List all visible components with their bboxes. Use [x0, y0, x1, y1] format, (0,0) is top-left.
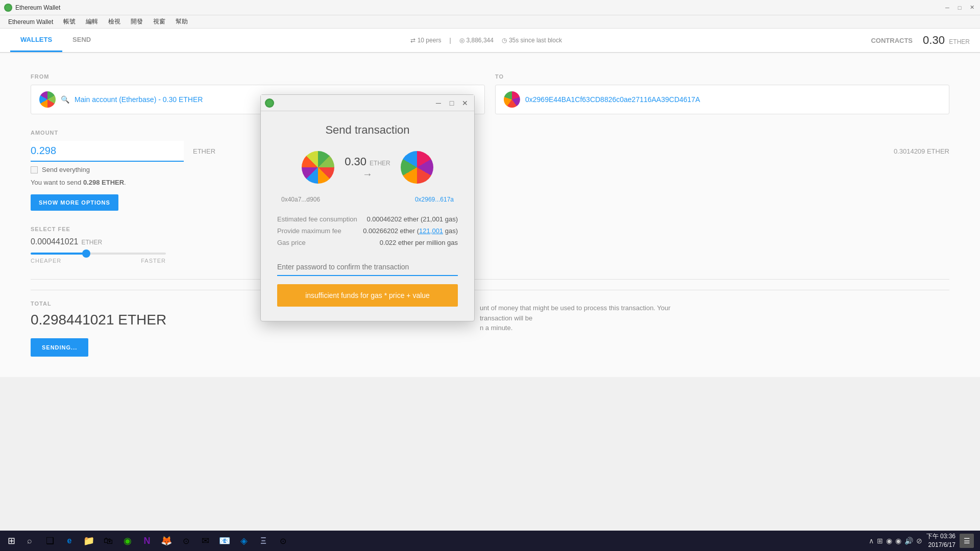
password-input[interactable]	[277, 259, 458, 276]
modal-maximize-button[interactable]: □	[447, 98, 457, 108]
fee-detail-row-1: Provide maximum fee 0.00266202 ether (12…	[277, 225, 458, 237]
modal-app-icon	[265, 98, 274, 108]
search-button[interactable]: ⌕	[20, 532, 39, 550]
show-hidden-tray[interactable]: ∧	[869, 537, 874, 545]
insufficient-funds-button: insufficient funds for gas * price + val…	[277, 284, 458, 307]
max-fee-link[interactable]: 121,001	[419, 227, 443, 235]
modal-win-controls: ─ □ ✕	[433, 98, 470, 108]
modal-close-button[interactable]: ✕	[460, 98, 470, 108]
taskbar-icons: ❑ e 📁 🛍 ◉ N 🦊 ⊙ ✉ 📧 ◈ Ξ ⊙	[41, 532, 292, 550]
fee-detail-row-0: Estimated fee consumption 0.00046202 eth…	[277, 213, 458, 225]
fee-detail-label-0: Estimated fee consumption	[277, 215, 357, 223]
taskbar: ⊞ ⌕ ❑ e 📁 🛍 ◉ N 🦊 ⊙ ✉ 📧 ◈ Ξ ⊙ ∧ ⊞ ◉ ◉ 🔊 …	[0, 531, 980, 551]
modal-body: Send transaction 0.30 ETHER → 0x40a7...d…	[261, 111, 474, 321]
firefox-icon[interactable]: 🦊	[157, 532, 176, 550]
fee-detail-value-1: 0.00266202 ether (121,001 gas)	[363, 227, 458, 235]
mail-icon[interactable]: 📧	[215, 532, 234, 550]
modal-minimize-button[interactable]: ─	[433, 98, 444, 108]
onenote-icon[interactable]: N	[138, 532, 156, 550]
outlook-icon[interactable]: ✉	[196, 532, 214, 550]
vscode-icon[interactable]: ◈	[235, 532, 253, 550]
volume-tray-icon[interactable]: 🔊	[904, 537, 913, 545]
transfer-amount-unit: ETHER	[370, 160, 390, 167]
to-transfer-avatar	[401, 151, 433, 184]
edge-icon[interactable]: e	[60, 532, 79, 550]
fee-detail-value-2: 0.022 ether per million gas	[380, 239, 458, 246]
transfer-amount-value: 0.30	[345, 155, 366, 168]
clock-date: 2017/6/17	[926, 541, 955, 549]
transfer-arrow: →	[362, 168, 373, 180]
start-button[interactable]: ⊞	[2, 532, 20, 550]
network-tray-icon[interactable]: ⊞	[877, 537, 883, 545]
send-transaction-dialog: ─ □ ✕ Send transaction 0.30 ETHER →	[260, 94, 475, 321]
taskbar-clock[interactable]: 下午 03:36 2017/6/17	[926, 532, 955, 549]
transfer-addresses: 0x40a7...d906 0x2969...617a	[277, 196, 458, 203]
to-address-short: 0x2969...617a	[415, 196, 454, 203]
system-tray: ∧ ⊞ ◉ ◉ 🔊 ⊘	[869, 537, 922, 545]
notification-center-button[interactable]: ☰	[960, 534, 974, 548]
taskbar-right: ∧ ⊞ ◉ ◉ 🔊 ⊘ 下午 03:36 2017/6/17 ☰	[869, 532, 978, 549]
fee-detail-value-0: 0.00046202 ether (21,001 gas)	[366, 215, 458, 223]
clock-time: 下午 03:36	[926, 532, 955, 541]
ethereum-taskbar-icon[interactable]: Ξ	[254, 532, 273, 550]
transfer-amount: 0.30 ETHER →	[345, 155, 390, 180]
explorer-icon[interactable]: 📁	[80, 532, 98, 550]
fee-detail-row-2: Gas price 0.022 ether per million gas	[277, 237, 458, 248]
tray-icon-2[interactable]: ◉	[886, 537, 892, 545]
modal-heading: Send transaction	[277, 123, 458, 137]
modal-titlebar: ─ □ ✕	[261, 95, 474, 111]
fee-detail-label-2: Gas price	[277, 239, 306, 246]
store-icon[interactable]: 🛍	[99, 532, 117, 550]
modal-overlay: ─ □ ✕ Send transaction 0.30 ETHER →	[0, 0, 980, 551]
fee-details: Estimated fee consumption 0.00046202 eth…	[277, 213, 458, 248]
from-transfer-avatar	[302, 151, 334, 184]
fee-detail-label-1: Provide maximum fee	[277, 227, 341, 235]
chrome-icon-2[interactable]: ⊙	[274, 532, 292, 550]
task-view-button[interactable]: ❑	[41, 532, 59, 550]
transfer-row: 0.30 ETHER →	[277, 151, 458, 184]
tray-icon-3[interactable]: ◉	[895, 537, 901, 545]
wechat-icon[interactable]: ◉	[118, 532, 137, 550]
tray-icon-5[interactable]: ⊘	[916, 537, 922, 545]
from-address-short: 0x40a7...d906	[281, 196, 320, 203]
transfer-amount-display: 0.30 ETHER	[345, 155, 390, 168]
chrome-icon-1[interactable]: ⊙	[177, 532, 195, 550]
